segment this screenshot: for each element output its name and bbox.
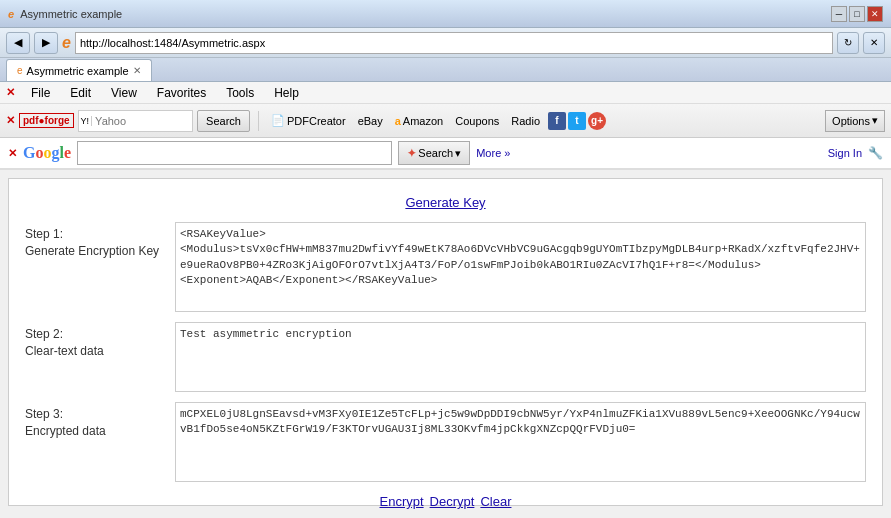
minimize-button[interactable]: ─	[831, 6, 847, 22]
menu-file[interactable]: File	[27, 84, 54, 102]
forward-button[interactable]: ▶	[34, 32, 58, 54]
close-x[interactable]: ✕	[6, 86, 15, 99]
toolbar-x[interactable]: ✕	[6, 114, 15, 127]
tab-close-button[interactable]: ✕	[133, 65, 141, 76]
step1-textarea[interactable]	[175, 222, 866, 312]
tab-label: Asymmetric example	[27, 65, 129, 77]
amazon-label: Amazon	[403, 115, 443, 127]
coupons-icon[interactable]: Coupons	[451, 113, 503, 129]
amazon-icon[interactable]: a Amazon	[391, 113, 447, 129]
decrypt-button[interactable]: Decrypt	[430, 494, 475, 509]
maximize-button[interactable]: □	[849, 6, 865, 22]
coupons-label: Coupons	[455, 115, 499, 127]
radio-label: Radio	[511, 115, 540, 127]
pdf-icon: 📄	[271, 114, 285, 127]
menu-help[interactable]: Help	[270, 84, 303, 102]
options-button[interactable]: Options ▾	[825, 110, 885, 132]
window-controls: ─ □ ✕	[831, 6, 883, 22]
menu-view[interactable]: View	[107, 84, 141, 102]
google-search-button[interactable]: ✦ Search ▾	[398, 141, 470, 165]
address-bar[interactable]	[75, 32, 833, 54]
generate-key-link[interactable]: Generate Key	[405, 195, 485, 210]
encrypt-button[interactable]: Encrypt	[380, 494, 424, 509]
radio-icon[interactable]: Radio	[507, 113, 544, 129]
yahoo-flag: Y!	[79, 116, 93, 126]
google-search-input[interactable]	[77, 141, 392, 165]
close-button[interactable]: ✕	[867, 6, 883, 22]
facebook-icon[interactable]: f	[548, 112, 566, 130]
step1-container: Step 1: Generate Encryption Key	[25, 222, 866, 312]
menu-edit[interactable]: Edit	[66, 84, 95, 102]
nav-bar: ◀ ▶ e ↻ ✕	[0, 28, 891, 58]
menu-favorites[interactable]: Favorites	[153, 84, 210, 102]
stop-button[interactable]: ✕	[863, 32, 885, 54]
google-logo: Google	[23, 144, 71, 162]
menu-bar: ✕ File Edit View Favorites Tools Help	[0, 82, 891, 104]
step3-label: Step 3: Encrypted data	[25, 402, 165, 482]
generate-key-row: Generate Key	[25, 195, 866, 210]
title-bar: e Asymmetric example ─ □ ✕	[0, 0, 891, 28]
yahoo-combo[interactable]: Y!	[78, 110, 194, 132]
clear-button[interactable]: Clear	[480, 494, 511, 509]
pdfforge-logo: pdf●forge	[19, 113, 74, 128]
action-row: Encrypt Decrypt Clear	[25, 494, 866, 509]
google-search-dropdown-icon: ▾	[455, 147, 461, 160]
google-search-icon: ✦	[407, 147, 416, 160]
google-plus-icon[interactable]: g+	[588, 112, 606, 130]
google-search-combo: ✦ Search ▾	[398, 141, 470, 165]
step2-container: Step 2: Clear-text data	[25, 322, 866, 392]
google-bar: ✕ Google ✦ Search ▾ More » Sign In 🔧	[0, 138, 891, 170]
amazon-a: a	[395, 115, 401, 127]
tab-title: Asymmetric example	[20, 8, 122, 20]
ebay-icon[interactable]: eBay	[354, 113, 387, 129]
social-icons: f t g+	[548, 112, 606, 130]
content-area: Step 1: Generate Encryption Key Step 2: …	[25, 222, 866, 482]
options-dropdown-icon: ▾	[872, 114, 878, 127]
pdf-creator-label: PDFCreator	[287, 115, 346, 127]
menu-tools[interactable]: Tools	[222, 84, 258, 102]
back-button[interactable]: ◀	[6, 32, 30, 54]
google-signin-button[interactable]: Sign In	[828, 147, 862, 159]
pdf-creator-icon[interactable]: 📄 PDFCreator	[267, 112, 350, 129]
main-content: Generate Key Step 1: Generate Encryption…	[8, 178, 883, 506]
options-label: Options	[832, 115, 870, 127]
yahoo-input[interactable]	[92, 111, 192, 131]
active-tab[interactable]: e Asymmetric example ✕	[6, 59, 152, 81]
google-search-label: Search	[418, 147, 453, 159]
ebay-label: eBay	[358, 115, 383, 127]
google-more-button[interactable]: More »	[476, 147, 510, 159]
tab-bar: e Asymmetric example ✕	[0, 58, 891, 82]
step3-textarea[interactable]	[175, 402, 866, 482]
nav-ie-icon: e	[62, 34, 71, 52]
toolbar: ✕ pdf●forge Y! Search 📄 PDFCreator eBay …	[0, 104, 891, 138]
google-settings-icon[interactable]: 🔧	[868, 146, 883, 160]
tab-icon: e	[17, 65, 23, 76]
browser-icon: e	[8, 8, 14, 20]
google-bar-x[interactable]: ✕	[8, 147, 17, 160]
yahoo-search-button[interactable]: Search	[197, 110, 250, 132]
step2-label: Step 2: Clear-text data	[25, 322, 165, 392]
step2-textarea[interactable]	[175, 322, 866, 392]
step3-container: Step 3: Encrypted data	[25, 402, 866, 482]
separator-1	[258, 111, 259, 131]
step1-label: Step 1: Generate Encryption Key	[25, 222, 165, 312]
title-bar-left: e Asymmetric example	[8, 8, 122, 20]
twitter-icon[interactable]: t	[568, 112, 586, 130]
refresh-button[interactable]: ↻	[837, 32, 859, 54]
